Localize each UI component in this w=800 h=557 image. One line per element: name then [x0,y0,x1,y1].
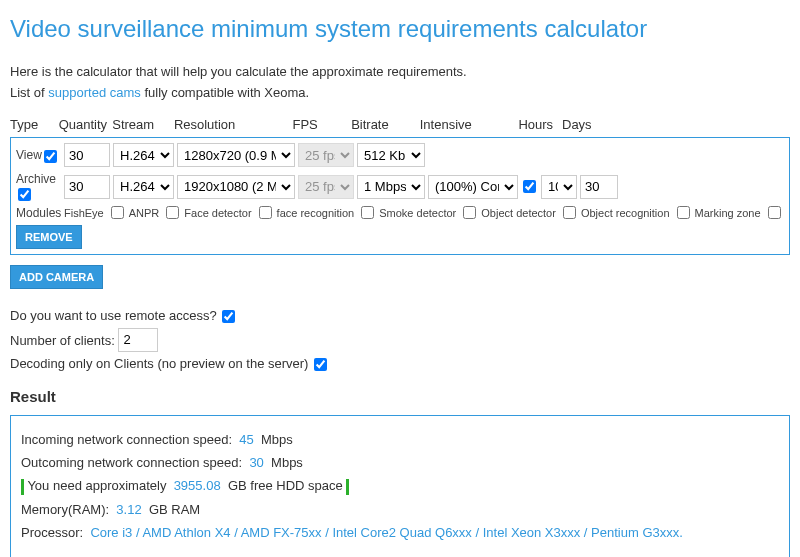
result-heading: Result [10,388,790,405]
remove-button[interactable]: REMOVE [16,225,82,249]
view-fps-select: 25 fps [298,143,354,167]
module-face-recognition-checkbox[interactable] [361,206,374,219]
view-resolution-select[interactable]: 1280x720 (0.9 MP) [177,143,295,167]
intro-line-2: List of supported cams fully compatible … [10,84,790,102]
module-marking-zone-checkbox[interactable] [768,206,781,219]
result-outcoming: Outcoming network connection speed: 30 M… [21,454,779,472]
archive-intensive-select[interactable]: (100%) Continu [428,175,518,199]
module-face-detector-checkbox[interactable] [259,206,272,219]
clients-input[interactable] [118,328,158,352]
green-mark-icon [21,479,24,495]
module-object-recognition-checkbox[interactable] [677,206,690,219]
archive-checkbox[interactable] [18,188,31,201]
result-ram: Memory(RAM): 3.12 GB RAM [21,501,779,519]
module-object-detector-checkbox[interactable] [563,206,576,219]
archive-resolution-select[interactable]: 1920x1080 (2 MP) [177,175,295,199]
archive-hours-checkbox[interactable] [523,180,536,193]
view-checkbox[interactable] [44,150,57,163]
remote-access-row: Do you want to use remote access? [10,307,790,325]
clients-row: Number of clients: [10,328,790,352]
remote-access-checkbox[interactable] [222,310,235,323]
green-mark-icon [346,479,349,495]
module-anpr-checkbox[interactable] [166,206,179,219]
column-headers: Type Quantity Stream Resolution FPS Bitr… [10,117,790,132]
supported-cams-link[interactable]: supported cams [48,85,141,100]
page-title: Video surveillance minimum system requir… [10,15,790,43]
result-processor: Processor: Core i3 / AMD Athlon X4 / AMD… [21,524,779,542]
decoding-row: Decoding only on Clients (no preview on … [10,355,790,373]
archive-days-input[interactable] [580,175,618,199]
archive-bitrate-select[interactable]: 1 Mbps [357,175,425,199]
view-stream-select[interactable]: H.264 [113,143,174,167]
archive-hours-select[interactable]: 10 [541,175,577,199]
result-box: Incoming network connection speed: 45 Mb… [10,415,790,557]
view-bitrate-select[interactable]: 512 Kbps [357,143,425,167]
module-smoke-detector-checkbox[interactable] [463,206,476,219]
archive-stream-select[interactable]: H.264 [113,175,174,199]
view-qty-input[interactable] [64,143,110,167]
archive-row: Archive H.264 1920x1080 (2 MP) 25 fps 1 … [16,172,784,200]
camera-config-box: View H.264 1280x720 (0.9 MP) 25 fps 512 … [10,137,790,254]
archive-fps-select: 25 fps [298,175,354,199]
add-camera-button[interactable]: ADD CAMERA [10,265,103,289]
archive-qty-input[interactable] [64,175,110,199]
result-incoming: Incoming network connection speed: 45 Mb… [21,431,779,449]
intro-line-1: Here is the calculator that will help yo… [10,63,790,81]
decoding-checkbox[interactable] [314,358,327,371]
modules-row: Modules FishEye ANPR Face detector face … [16,206,784,220]
module-fisheye-checkbox[interactable] [111,206,124,219]
view-row: View H.264 1280x720 (0.9 MP) 25 fps 512 … [16,143,784,167]
result-hdd: You need approximately 3955.08 GB free H… [21,477,779,495]
